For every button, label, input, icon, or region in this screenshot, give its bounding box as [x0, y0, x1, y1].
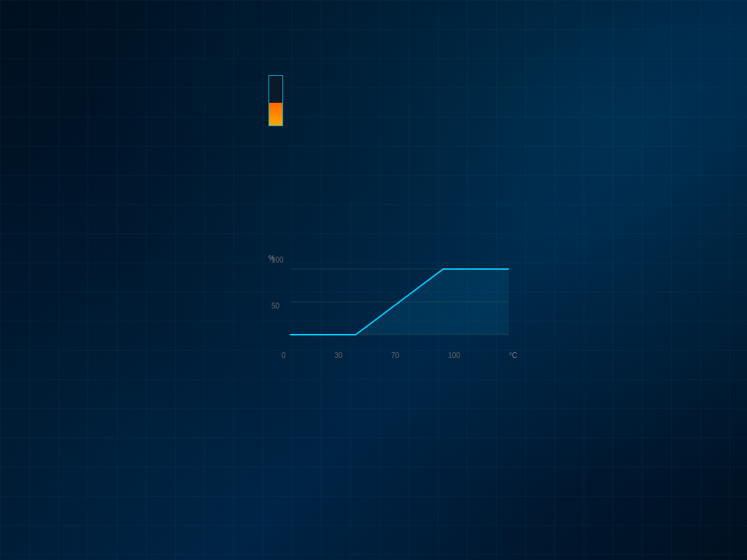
- main-container: /ASUS UEFI BIOS Utility – EZ Mode STEP 1…: [0, 0, 747, 560]
- temp-bar-container: [268, 75, 283, 126]
- x-label-0: 0: [282, 351, 286, 359]
- fan-chart-svg: [282, 254, 517, 349]
- y-50-label: 50: [271, 302, 279, 310]
- x-label-100: 100: [448, 351, 460, 359]
- x-unit: °C: [509, 351, 517, 359]
- x-label-70: 70: [391, 351, 399, 359]
- x-axis-labels: 0 30 70 100 °C: [282, 351, 517, 359]
- x-label-30: 30: [334, 351, 342, 359]
- temp-bar-fill: [269, 103, 282, 125]
- y-100-label: 100: [271, 256, 284, 264]
- chart-area: % 100 50 0 30: [270, 254, 517, 364]
